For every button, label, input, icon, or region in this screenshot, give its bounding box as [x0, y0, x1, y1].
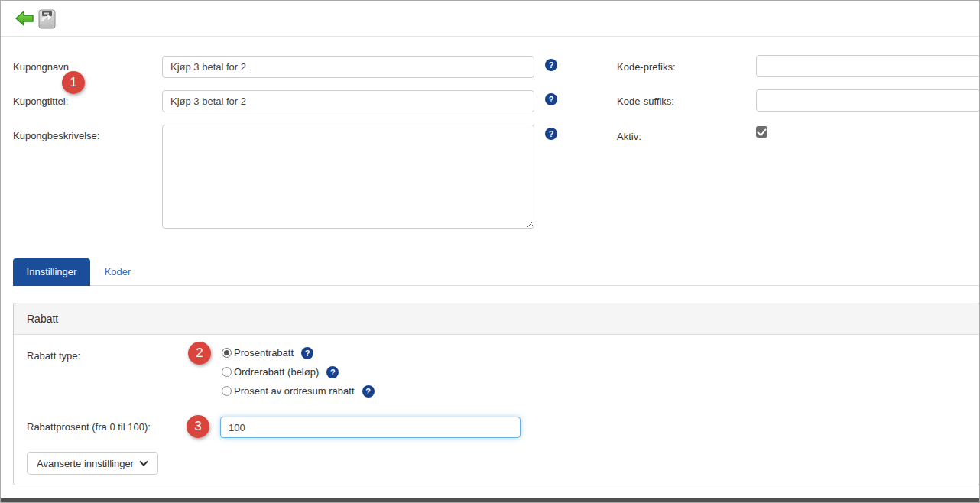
radio-option-prosent-ordresum[interactable]: Prosent av ordresum rabatt ?: [222, 381, 375, 401]
radio-icon-ordrerabatt[interactable]: [222, 367, 232, 377]
help-icon-ordrerabatt[interactable]: ?: [326, 366, 339, 378]
code-suffix-label: Kode-suffiks:: [617, 96, 674, 107]
coupon-description-label: Kupongbeskrivelse:: [13, 130, 99, 141]
coupon-title-label: Kupongtittel:: [13, 96, 68, 107]
active-label: Aktiv:: [617, 131, 641, 142]
toolbar: [1, 1, 979, 37]
rabattprosent-label: Rabattprosent (fra 0 til 100):: [27, 421, 151, 433]
save-icon[interactable]: [38, 9, 57, 31]
chevron-down-icon: [139, 460, 148, 466]
coupon-edit-window: Kupongnavn 1 ? Kupongtittel: ? Kupongbes…: [0, 0, 980, 503]
advanced-settings-button[interactable]: Avanserte innstillinger: [27, 452, 158, 475]
window-bottom-border: [1, 498, 979, 502]
radio-icon-prosentrabatt[interactable]: [222, 348, 232, 358]
code-suffix-input[interactable]: [756, 89, 980, 112]
help-icon-coupon-description[interactable]: ?: [545, 128, 557, 140]
help-icon-prosentrabatt[interactable]: ?: [301, 347, 313, 359]
advanced-settings-label: Avanserte innstillinger: [37, 458, 134, 469]
step-badge-1: 1: [62, 71, 85, 94]
help-icon-coupon-title[interactable]: ?: [545, 93, 557, 105]
code-prefix-input[interactable]: [756, 55, 980, 77]
help-icon-prosent-ordresum[interactable]: ?: [362, 385, 375, 398]
coupon-name-input[interactable]: [162, 56, 534, 78]
radio-icon-prosent-ordresum[interactable]: [222, 386, 232, 396]
rabatt-type-options: Prosentrabatt ? Ordrerabatt (beløp) ? Pr…: [222, 343, 375, 401]
radio-label-prosent-ordresum: Prosent av ordresum rabatt: [234, 385, 355, 397]
coupon-title-input[interactable]: [162, 90, 534, 112]
tab-innstillinger[interactable]: Innstillinger: [13, 258, 90, 286]
radio-label-prosentrabatt: Prosentrabatt: [234, 347, 294, 359]
help-icon-coupon-name[interactable]: ?: [545, 59, 557, 71]
radio-option-prosentrabatt[interactable]: Prosentrabatt ?: [222, 343, 375, 362]
tab-koder[interactable]: Koder: [90, 258, 145, 286]
coupon-description-textarea[interactable]: [162, 125, 534, 229]
back-arrow-icon[interactable]: [15, 9, 34, 30]
radio-label-ordrerabatt: Ordrerabatt (beløp): [234, 366, 319, 378]
rabatt-panel-header: Rabatt: [14, 303, 979, 335]
rabatt-panel: Rabatt Rabatt type: 2 Prosentrabatt ? Or…: [13, 303, 980, 485]
coupon-name-label: Kupongnavn: [13, 61, 69, 73]
radio-option-ordrerabatt[interactable]: Ordrerabatt (beløp) ?: [222, 362, 375, 381]
step-badge-3: 3: [187, 415, 209, 438]
rabatt-type-label: Rabatt type:: [27, 350, 80, 362]
tabs-divider: [13, 285, 980, 286]
code-prefix-label: Kode-prefiks:: [617, 61, 676, 73]
step-badge-2: 2: [188, 342, 211, 365]
active-checkbox[interactable]: [756, 126, 767, 138]
rabattprosent-input[interactable]: [220, 417, 521, 438]
